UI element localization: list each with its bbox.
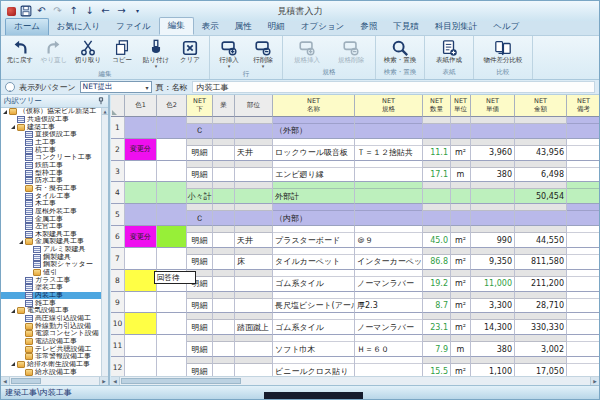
cell-note[interactable]	[567, 313, 599, 335]
tree-item[interactable]: 鋼製シャッター	[1, 261, 101, 269]
cell-type[interactable]: 小々計	[187, 182, 213, 204]
tab-home[interactable]: ホーム	[5, 18, 49, 35]
cell-qty[interactable]	[423, 117, 451, 139]
cell-qty[interactable]: 19.2	[423, 270, 451, 292]
cell-price[interactable]: 380	[471, 161, 515, 183]
cover-create-button[interactable]: 表紙作成	[427, 37, 471, 64]
cell-amount[interactable]: 28,710	[515, 292, 567, 314]
cell-c1[interactable]: 変更分	[125, 226, 157, 248]
tree-item[interactable]: 共通仮設工事	[1, 116, 101, 124]
cell-gyo[interactable]	[213, 335, 235, 357]
grid-scrollbar-thumb[interactable]	[121, 378, 241, 384]
tree-scroll-up-icon[interactable]: ▲	[102, 108, 108, 115]
column-header-num[interactable]	[111, 95, 125, 117]
column-header-gyo[interactable]: 業	[213, 95, 235, 117]
cell-num[interactable]: 1	[111, 117, 125, 139]
cell-price[interactable]: 3,300	[471, 292, 515, 314]
cell-note[interactable]	[567, 270, 599, 292]
column-header-note[interactable]: NET 備考	[567, 95, 599, 117]
tree-vertical-scrollbar[interactable]: ▲	[101, 108, 108, 376]
tree-item[interactable]: 鋼製建具	[1, 253, 101, 261]
cell-c1[interactable]	[125, 182, 157, 204]
cut-button[interactable]: 切り取り	[71, 37, 105, 64]
grid-scroll-right-icon[interactable]: ▶	[590, 377, 599, 385]
cell-note[interactable]	[567, 139, 599, 161]
cell-type[interactable]: 明細	[187, 292, 213, 314]
cell-spec[interactable]: ノーマンラバー	[355, 270, 423, 292]
cell-name[interactable]: 長尺塩ビシート(アール)	[273, 292, 355, 314]
tree-item[interactable]: 木製建具工事	[1, 231, 101, 239]
column-pattern-select[interactable]: NET提出 ▾	[80, 81, 152, 93]
cell-unit[interactable]	[451, 204, 471, 226]
undo-button[interactable]: 元に戻す	[3, 37, 37, 64]
cell-amount[interactable]: 50,454	[515, 182, 567, 204]
column-header-qty[interactable]: NET 数量	[423, 95, 451, 117]
tree-item[interactable]: テレビ共聴設備工	[1, 345, 101, 353]
cell-spec[interactable]: Ｔ＝１２捨貼共	[355, 139, 423, 161]
cell-part[interactable]	[235, 270, 273, 292]
collapse-ribbon-icon[interactable]: ˬ	[5, 82, 15, 92]
cell-amount[interactable]: 44,550	[515, 226, 567, 248]
tab-reference[interactable]: 参照	[352, 19, 385, 35]
cell-c1[interactable]	[125, 117, 157, 139]
cell-num[interactable]: 2	[111, 139, 125, 161]
cell-qty[interactable]	[423, 182, 451, 204]
cell-qty[interactable]: 8.7	[423, 292, 451, 314]
cell-gyo[interactable]	[213, 248, 235, 270]
cell-qty[interactable]	[423, 204, 451, 226]
tree-item[interactable]: 幹線動力引込設備	[1, 322, 101, 330]
cell-name[interactable]: エンビ廻り縁	[273, 161, 355, 183]
cell-c1[interactable]	[125, 270, 157, 292]
cell-c1[interactable]	[125, 313, 157, 335]
cell-price[interactable]: 14,300	[471, 313, 515, 335]
cell-type[interactable]: 明細	[187, 313, 213, 335]
tree-scroll-right-icon[interactable]: ▶	[99, 377, 108, 385]
spec-delete-button[interactable]: 規格削除	[329, 37, 373, 64]
cell-type[interactable]: 明細	[187, 248, 213, 270]
cell-num[interactable]: 11	[111, 335, 125, 357]
cell-spec[interactable]	[355, 182, 423, 204]
tab-view[interactable]: 表示	[194, 19, 227, 35]
cell-type[interactable]: 明細	[187, 335, 213, 357]
cell-spec[interactable]	[355, 161, 423, 183]
tree-item[interactable]: 金属製建具工事	[1, 238, 101, 246]
cell-amount[interactable]: 811,580	[515, 248, 567, 270]
cell-qty[interactable]: 7.9	[423, 335, 451, 357]
cell-price[interactable]: 380	[471, 335, 515, 357]
tab-help[interactable]: ヘルプ	[485, 19, 527, 35]
cell-num[interactable]: 9	[111, 292, 125, 314]
cell-gyo[interactable]	[213, 139, 235, 161]
cell-type[interactable]: 明細	[187, 139, 213, 161]
tree-item[interactable]: 防水工事	[1, 177, 101, 185]
tree-item[interactable]: 直接仮設工事	[1, 131, 101, 139]
tree-item[interactable]: ガラス工事	[1, 276, 101, 284]
cell-part[interactable]: 天井	[235, 139, 273, 161]
cell-gyo[interactable]	[213, 313, 235, 335]
cell-unit[interactable]: m²	[451, 270, 471, 292]
cell-spec[interactable]: 厚2.3	[355, 292, 423, 314]
tree-item[interactable]: 非常警報設備工事	[1, 353, 101, 361]
cell-amount[interactable]: 6,498	[515, 161, 567, 183]
cell-part[interactable]	[235, 117, 273, 139]
cell-qty[interactable]: 23.1	[423, 313, 451, 335]
cell-amount[interactable]: 3,002	[515, 335, 567, 357]
cell-c2[interactable]	[157, 313, 187, 335]
cell-num[interactable]: 7	[111, 248, 125, 270]
column-header-part[interactable]: 部位	[235, 95, 273, 117]
cell-name[interactable]: タイルカーペット	[273, 248, 355, 270]
cell-part[interactable]: 踏面蹴上	[235, 313, 273, 335]
tree-item[interactable]: 屋根外装工事	[1, 208, 101, 216]
page-name-field[interactable]: 内装工事	[192, 81, 595, 93]
cell-note[interactable]	[567, 226, 599, 248]
cell-qty[interactable]: 86.8	[423, 248, 451, 270]
cell-c2[interactable]	[157, 204, 187, 226]
column-header-type[interactable]: NET 下	[187, 95, 213, 117]
cell-type[interactable]: Ｃ	[187, 117, 213, 139]
cell-price[interactable]	[471, 182, 515, 204]
cell-gyo[interactable]	[213, 204, 235, 226]
cell-part[interactable]: 天井	[235, 226, 273, 248]
cell-unit[interactable]: m²	[451, 313, 471, 335]
cell-name[interactable]: ゴム系タイル	[273, 313, 355, 335]
cell-c1[interactable]	[125, 204, 157, 226]
cell-c2[interactable]	[157, 182, 187, 204]
